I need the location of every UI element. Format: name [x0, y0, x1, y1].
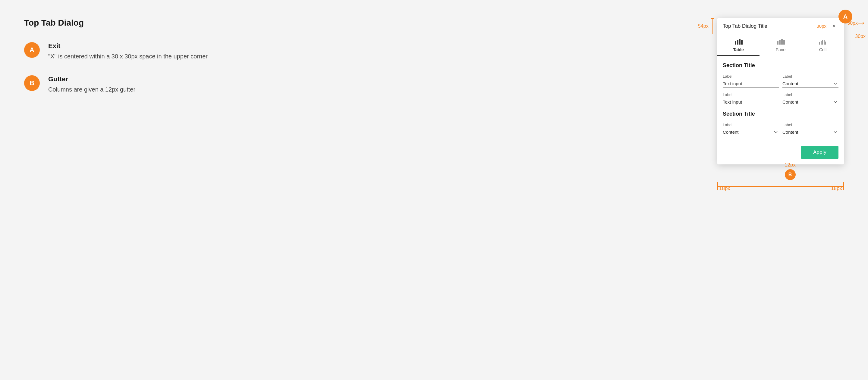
label-3-1: Label	[723, 123, 779, 127]
dim-30px-label: 30px	[816, 24, 827, 29]
form-row-1: Label Label Content Option 2	[723, 74, 838, 88]
bracket-bottom-cap	[711, 34, 714, 34]
dialog-body: Section Title Label Label Content Option…	[717, 56, 844, 136]
tab-cell-label: Cell	[819, 47, 827, 52]
form-col-3-2: Label Content Option 2	[782, 123, 838, 136]
form-col-1-2: Label Content Option 2	[782, 74, 838, 88]
dim-gutter-group: 12px B	[784, 162, 796, 180]
svg-rect-3	[739, 39, 741, 44]
section-1-title: Section Title	[723, 62, 838, 69]
svg-rect-13	[825, 41, 826, 44]
select-3-2[interactable]: Content Option 2	[782, 128, 838, 136]
dim-54px: 54px	[698, 18, 709, 34]
svg-rect-7	[781, 39, 783, 44]
close-button[interactable]: ×	[830, 22, 838, 31]
cell-icon	[818, 38, 827, 46]
svg-rect-6	[779, 40, 781, 44]
form-col-1-1: Label	[723, 74, 779, 88]
tab-pane-label: Pane	[776, 47, 786, 52]
label-3-2: Label	[782, 123, 838, 127]
label-2-2: Label	[782, 93, 838, 97]
annotation-a-label: Exit	[48, 42, 208, 50]
badge-b-main: B	[24, 75, 40, 91]
label-1-2: Label	[782, 74, 838, 78]
form-col-2-2: Label Content Option 2	[782, 93, 838, 106]
bracket-top-cap	[711, 18, 714, 19]
form-row-3: Label Content Option 2 Label Content Opt…	[723, 123, 838, 136]
dialog-footer: Apply	[717, 141, 844, 164]
svg-rect-8	[783, 40, 785, 44]
select-3-1[interactable]: Content Option 2	[723, 128, 779, 136]
tab-pane[interactable]: Pane	[760, 34, 802, 56]
text-input-2-1[interactable]	[723, 98, 779, 106]
tab-table[interactable]: Table	[717, 34, 760, 56]
dialog-container: Top Tab Dialog Title 30px × Table	[717, 18, 844, 164]
annotation-b-desc: Columns are given a 12px gutter	[48, 85, 135, 94]
annotation-a: A Exit "X" is centered within a 30 x 30p…	[24, 42, 247, 61]
svg-rect-5	[777, 41, 778, 44]
svg-rect-9	[819, 42, 820, 44]
label-2-1: Label	[723, 93, 779, 97]
section-2-title: Section Title	[723, 111, 838, 117]
select-2-2[interactable]: Content Option 2	[782, 98, 838, 106]
dim-12px-label: 12px	[784, 162, 796, 168]
page-title: Top Tab Dialog	[24, 18, 247, 28]
tab-cell[interactable]: Cell	[802, 34, 844, 56]
svg-rect-4	[741, 40, 743, 44]
tabs-row: Table Pane	[717, 34, 844, 56]
svg-rect-12	[824, 40, 825, 44]
svg-rect-2	[737, 40, 738, 44]
dialog-header: Top Tab Dialog Title 30px ×	[717, 18, 844, 34]
svg-rect-11	[822, 40, 823, 44]
pane-icon	[776, 38, 785, 46]
dim-30px-margin: 30px	[855, 34, 866, 39]
select-1-2[interactable]: Content Option 2	[782, 80, 838, 88]
annotation-a-desc: "X" is centered within a 30 x 30px space…	[48, 52, 208, 61]
annotation-b-label: Gutter	[48, 75, 135, 83]
bracket-left-vertical	[712, 18, 713, 34]
svg-rect-10	[821, 41, 822, 44]
label-1-1: Label	[723, 74, 779, 78]
badge-b-dialog: B	[785, 169, 796, 180]
table-icon	[734, 38, 743, 46]
bracket-bottom-line	[717, 186, 844, 187]
dialog-region: A 30px 30px 54px Top Tab Dialog Title 30…	[717, 18, 844, 164]
svg-rect-1	[735, 41, 736, 44]
corner-badge-a: A	[838, 10, 852, 24]
annotation-b: B Gutter Columns are given a 12px gutter	[24, 75, 247, 94]
dialog-title: Top Tab Dialog Title	[723, 23, 767, 29]
text-input-1-1[interactable]	[723, 80, 779, 88]
apply-button[interactable]: Apply	[801, 146, 838, 159]
badge-a: A	[24, 42, 40, 58]
form-row-2: Label Label Content Option 2	[723, 93, 838, 106]
bracket-bottom-right	[843, 182, 844, 187]
form-col-2-1: Label	[723, 93, 779, 106]
form-col-3-1: Label Content Option 2	[723, 123, 779, 136]
tab-table-label: Table	[733, 47, 744, 52]
bracket-bottom-left	[717, 182, 718, 187]
